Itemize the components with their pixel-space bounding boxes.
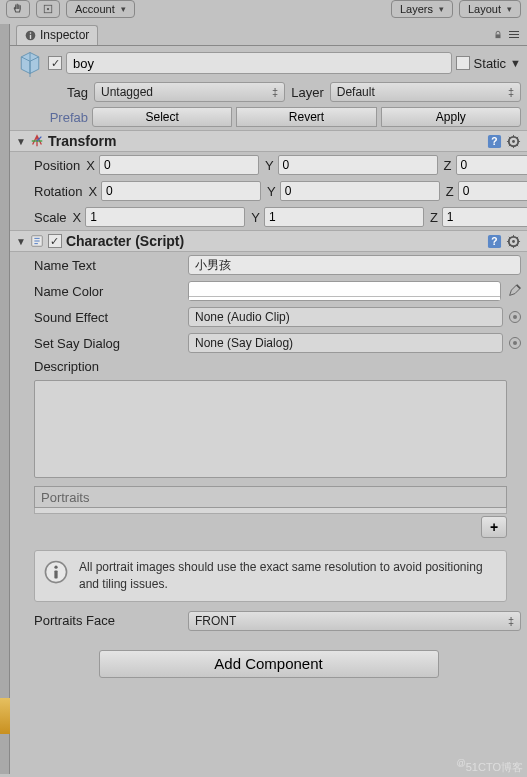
svg-text:?: ? [491, 236, 497, 247]
set-say-dialog-label: Set Say Dialog [16, 336, 182, 351]
character-title: Character (Script) [66, 233, 483, 249]
scale-x-input[interactable] [85, 207, 245, 227]
add-portrait-button[interactable]: + [481, 516, 507, 538]
inspector-tab[interactable]: Inspector [16, 25, 98, 45]
svg-point-14 [512, 240, 515, 243]
character-enabled-checkbox[interactable] [48, 234, 62, 248]
tag-label: Tag [16, 85, 88, 100]
layer-label: Layer [291, 85, 324, 100]
static-label: Static [474, 56, 507, 71]
name-text-input[interactable]: 小男孩 [188, 255, 521, 275]
set-say-dialog-field[interactable]: None (Say Dialog) [188, 333, 503, 353]
component-menu-icon[interactable] [506, 134, 521, 149]
watermark: @51CTO博客 [457, 758, 523, 775]
rotation-z-input[interactable] [458, 181, 527, 201]
info-box: All portrait images should use the exact… [34, 550, 507, 602]
prefab-revert-button[interactable]: Revert [236, 107, 376, 127]
svg-rect-5 [496, 34, 501, 38]
tag-dropdown[interactable]: Untagged [94, 82, 285, 102]
svg-point-16 [54, 566, 57, 569]
position-label: Position [16, 158, 80, 173]
position-y-input[interactable] [278, 155, 438, 175]
dock-strip [0, 24, 10, 774]
info-icon [25, 30, 36, 41]
help-icon[interactable]: ? [487, 134, 502, 149]
name-color-field[interactable] [188, 281, 501, 301]
eyedropper-icon[interactable] [507, 284, 521, 298]
add-component-button[interactable]: Add Component [99, 650, 439, 678]
portraits-face-dropdown[interactable]: FRONT [188, 611, 521, 631]
help-icon[interactable]: ? [487, 234, 502, 249]
svg-point-1 [47, 8, 49, 10]
scale-z-input[interactable] [442, 207, 527, 227]
transform-foldout[interactable]: ▼ [16, 136, 26, 147]
prefab-label: Prefab [16, 110, 88, 125]
info-icon [43, 559, 69, 585]
sound-effect-field[interactable]: None (Audio Clip) [188, 307, 503, 327]
hand-tool-button[interactable] [6, 0, 30, 18]
prefab-select-button[interactable]: Select [92, 107, 232, 127]
transform-title: Transform [48, 133, 483, 149]
static-checkbox[interactable] [456, 56, 470, 70]
rotation-x-input[interactable] [101, 181, 261, 201]
object-picker-icon[interactable] [509, 311, 521, 323]
tab-label: Inspector [40, 28, 89, 42]
static-dropdown-icon[interactable]: ▼ [510, 57, 521, 69]
object-picker-icon[interactable] [509, 337, 521, 349]
info-message: All portrait images should use the exact… [79, 559, 498, 593]
transform-icon [30, 134, 44, 148]
position-x-input[interactable] [99, 155, 259, 175]
rotation-label: Rotation [16, 184, 82, 199]
enabled-checkbox[interactable] [48, 56, 62, 70]
svg-rect-4 [30, 34, 31, 38]
svg-point-3 [30, 32, 32, 34]
rotation-y-input[interactable] [280, 181, 440, 201]
sound-effect-label: Sound Effect [16, 310, 182, 325]
layer-dropdown[interactable]: Default [330, 82, 521, 102]
svg-point-9 [512, 140, 515, 143]
object-name-input[interactable] [66, 52, 452, 74]
name-color-label: Name Color [16, 284, 182, 299]
prefab-apply-button[interactable]: Apply [381, 107, 521, 127]
position-z-input[interactable] [456, 155, 527, 175]
layers-dropdown[interactable]: Layers [391, 0, 453, 18]
portraits-face-label: Portraits Face [16, 613, 182, 628]
scale-y-input[interactable] [264, 207, 424, 227]
character-foldout[interactable]: ▼ [16, 236, 26, 247]
description-textarea[interactable] [34, 380, 507, 478]
scale-label: Scale [16, 210, 67, 225]
gameobject-icon[interactable] [16, 49, 44, 77]
account-dropdown[interactable]: Account [66, 0, 135, 18]
description-label: Description [16, 359, 182, 374]
name-text-label: Name Text [16, 258, 182, 273]
portraits-list [34, 508, 507, 514]
pivot-tool-button[interactable] [36, 0, 60, 18]
svg-text:?: ? [491, 136, 497, 147]
script-icon [30, 234, 44, 248]
component-menu-icon[interactable] [506, 234, 521, 249]
layout-dropdown[interactable]: Layout [459, 0, 521, 18]
lock-icon[interactable] [493, 30, 503, 40]
context-menu-icon[interactable] [509, 31, 519, 38]
svg-rect-17 [54, 570, 57, 578]
portraits-header[interactable]: Portraits [34, 486, 507, 508]
